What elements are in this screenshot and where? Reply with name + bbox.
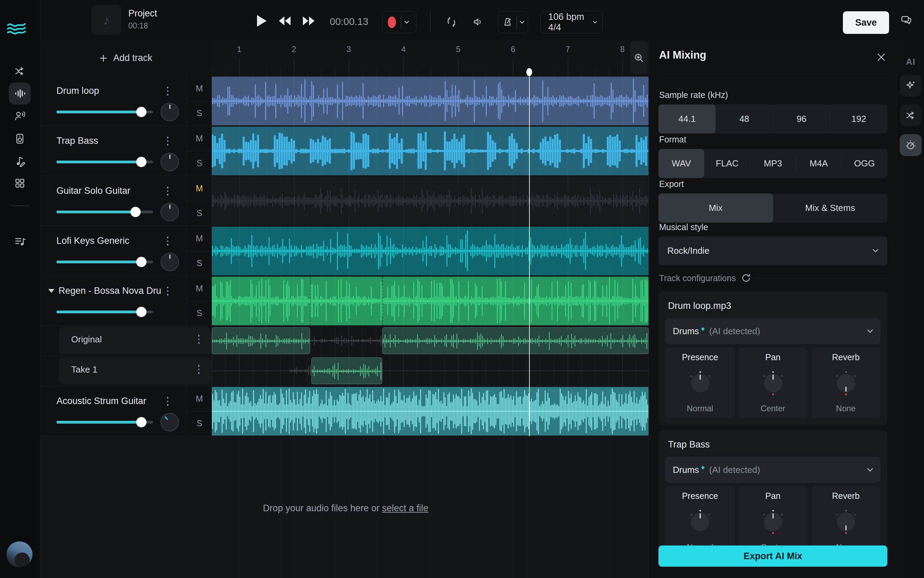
- volume-slider-thumb[interactable]: [136, 107, 146, 117]
- option-192[interactable]: 192: [830, 104, 887, 133]
- audio-clip[interactable]: [311, 357, 382, 384]
- option-m4a[interactable]: M4A: [796, 149, 841, 178]
- close-panel-button[interactable]: [877, 53, 885, 61]
- mute-button[interactable]: M: [187, 76, 212, 101]
- instrument-select[interactable]: Drums✦(AI detected): [665, 457, 880, 483]
- knob-dial[interactable]: [688, 371, 712, 396]
- refresh-icon[interactable]: [741, 273, 751, 283]
- track-menu-button[interactable]: [162, 234, 173, 248]
- track-menu-button[interactable]: [162, 394, 173, 409]
- audio-clip[interactable]: [212, 177, 649, 225]
- option-wav[interactable]: WAV: [659, 149, 704, 178]
- record-dropdown-chevron-icon[interactable]: [405, 21, 409, 24]
- fast-forward-button[interactable]: [303, 16, 314, 25]
- play-button[interactable]: [257, 15, 267, 27]
- apps-grid-icon[interactable]: [14, 177, 26, 189]
- option-mp3[interactable]: MP3: [750, 149, 796, 178]
- download-button[interactable]: [922, 15, 924, 28]
- volume-slider[interactable]: [57, 107, 153, 117]
- pan-knob[interactable]: [160, 103, 179, 121]
- audio-clip[interactable]: [212, 277, 649, 325]
- metronome-dropdown-chevron-icon[interactable]: [520, 21, 524, 24]
- track-menu-button[interactable]: [162, 133, 173, 149]
- pan-knob[interactable]: [160, 203, 179, 221]
- save-button[interactable]: Save: [843, 11, 889, 34]
- pan-knob[interactable]: [160, 253, 179, 271]
- ai-mixing-button[interactable]: [900, 134, 922, 156]
- option-ogg[interactable]: OGG: [841, 149, 887, 178]
- export-ai-mix-button[interactable]: Export AI Mix: [659, 546, 887, 567]
- timeline-ruler[interactable]: 12345678: [212, 40, 649, 76]
- add-track-button[interactable]: Add track: [40, 40, 212, 76]
- select-file-link[interactable]: select a file: [382, 503, 429, 513]
- mute-button[interactable]: M: [187, 126, 212, 151]
- knob-dial[interactable]: [761, 510, 785, 534]
- playhead-line[interactable]: [529, 70, 530, 436]
- audio-clip[interactable]: [212, 227, 649, 275]
- solo-button[interactable]: S: [187, 201, 212, 226]
- metronome-button-group[interactable]: [498, 11, 528, 33]
- audio-clip[interactable]: [212, 127, 649, 175]
- knob-dial[interactable]: [761, 371, 785, 396]
- amp-speaker-icon[interactable]: [14, 133, 26, 145]
- take-row[interactable]: Take 1: [59, 357, 211, 385]
- master-volume-button[interactable]: [472, 16, 484, 28]
- mute-button[interactable]: M: [187, 176, 212, 201]
- track-menu-button[interactable]: [162, 284, 173, 299]
- volume-slider[interactable]: [57, 157, 153, 167]
- setlist-icon[interactable]: [14, 235, 26, 248]
- volume-slider[interactable]: [57, 257, 153, 267]
- bpm-selector[interactable]: 106 bpm 4/4: [540, 11, 603, 34]
- option-mix[interactable]: Mix: [659, 193, 773, 222]
- option-44-1[interactable]: 44.1: [659, 104, 715, 133]
- knob-dial[interactable]: [833, 371, 858, 396]
- audio-clip[interactable]: [212, 327, 310, 354]
- solo-button[interactable]: S: [187, 251, 212, 276]
- track-menu-button[interactable]: [162, 183, 173, 199]
- solo-button[interactable]: S: [187, 151, 212, 176]
- musical-style-select[interactable]: Rock/Indie: [659, 236, 887, 265]
- volume-slider-thumb[interactable]: [136, 417, 146, 427]
- volume-slider-thumb[interactable]: [130, 207, 141, 217]
- solo-button[interactable]: S: [187, 101, 212, 126]
- sidebar-item-audio-editor[interactable]: [9, 83, 31, 104]
- volume-slider-thumb[interactable]: [136, 157, 146, 167]
- collapse-caret-icon[interactable]: [48, 289, 54, 293]
- solo-button[interactable]: S: [187, 411, 212, 436]
- take-row[interactable]: Original: [59, 327, 211, 354]
- option-flac[interactable]: FLAC: [704, 149, 750, 178]
- rewind-button[interactable]: [279, 16, 291, 25]
- mute-button[interactable]: M: [187, 386, 212, 411]
- option-48[interactable]: 48: [715, 104, 773, 133]
- volume-slider[interactable]: [57, 417, 153, 427]
- volume-slider-thumb[interactable]: [136, 307, 146, 317]
- volume-slider[interactable]: [57, 207, 153, 217]
- volume-slider[interactable]: [57, 307, 153, 317]
- pan-knob[interactable]: [157, 409, 183, 435]
- comments-button[interactable]: [900, 15, 913, 28]
- track-menu-button[interactable]: [162, 84, 173, 99]
- lyrics-writer-icon[interactable]: [14, 155, 26, 167]
- mute-button[interactable]: M: [187, 276, 212, 301]
- option-96[interactable]: 96: [773, 104, 830, 133]
- voice-icon[interactable]: [14, 110, 26, 122]
- take-menu-button[interactable]: [193, 362, 205, 377]
- record-icon[interactable]: [388, 16, 396, 28]
- stem-split-icon[interactable]: [14, 65, 26, 77]
- instrument-select[interactable]: Drums✦(AI detected): [665, 318, 880, 344]
- audio-clip[interactable]: [212, 77, 649, 125]
- audio-clip[interactable]: [212, 387, 649, 435]
- audio-clip[interactable]: [382, 327, 649, 354]
- zoom-button[interactable]: [630, 41, 648, 74]
- loop-button[interactable]: [445, 16, 458, 28]
- pan-knob[interactable]: [160, 153, 179, 171]
- record-button-group[interactable]: [382, 11, 416, 33]
- playhead-handle[interactable]: [526, 68, 532, 76]
- take-menu-button[interactable]: [193, 332, 205, 347]
- solo-button[interactable]: S: [187, 301, 212, 326]
- knob-dial[interactable]: [688, 510, 712, 534]
- option-mix-stems[interactable]: Mix & Stems: [773, 193, 888, 222]
- mute-button[interactable]: M: [187, 226, 212, 251]
- ai-stem-split-button[interactable]: [900, 104, 922, 127]
- volume-slider-thumb[interactable]: [136, 257, 146, 267]
